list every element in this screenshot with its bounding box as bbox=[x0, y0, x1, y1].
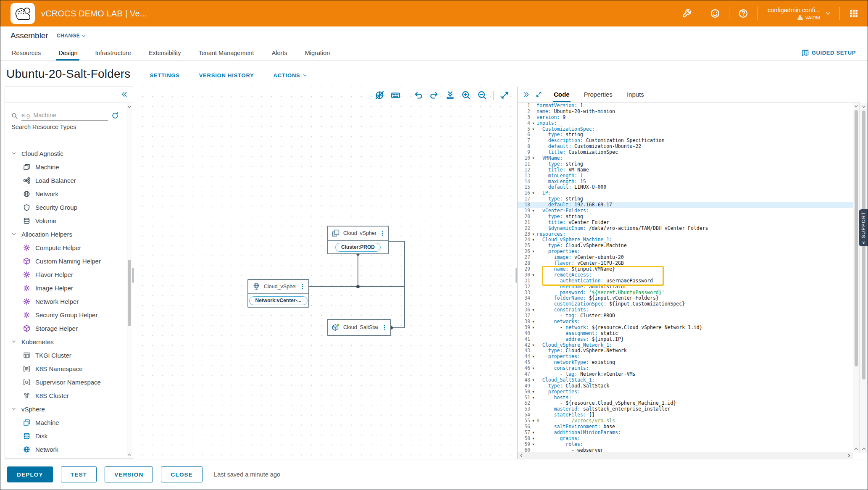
code-line-15[interactable]: 15 default: LINUX-U-000 bbox=[518, 184, 853, 190]
version-button[interactable]: VERSION bbox=[105, 466, 153, 482]
fold-caret-icon[interactable]: ▾ bbox=[530, 377, 537, 383]
code-line-58[interactable]: 58▾ grains: bbox=[518, 436, 853, 442]
resource-search-input[interactable] bbox=[21, 111, 108, 121]
palette-item-security-group-helper[interactable]: Security Group Helper bbox=[11, 308, 126, 321]
page-scrollbar[interactable] bbox=[859, 103, 868, 453]
code-line-44[interactable]: 44▾ properties: bbox=[518, 354, 853, 360]
change-product-button[interactable]: CHANGE bbox=[57, 33, 87, 39]
palette-item-k8s-cluster[interactable]: K8S Cluster bbox=[11, 389, 126, 402]
fold-caret-icon[interactable]: ▾ bbox=[530, 395, 537, 401]
fold-caret-icon[interactable]: ▾ bbox=[530, 307, 537, 313]
code-line-52[interactable]: 52 - ${resource.Cloud_vSphere_Machine_1.… bbox=[518, 400, 853, 406]
guided-setup-button[interactable]: GUIDED SETUP bbox=[802, 45, 856, 61]
fold-caret-icon[interactable]: ▾ bbox=[530, 190, 537, 196]
code-line-7[interactable]: 7 description: Customization Specificati… bbox=[518, 138, 853, 144]
code-line-33[interactable]: 33 password: '${secret.UbuntuPassword}' bbox=[518, 290, 853, 296]
fold-caret-icon[interactable]: ▾ bbox=[530, 436, 537, 442]
scrollbar-thumb[interactable] bbox=[855, 110, 858, 366]
palette-item-flavor-helper[interactable]: Flavor Helper bbox=[11, 268, 126, 281]
tab-design[interactable]: Design bbox=[50, 45, 86, 61]
left-splitter-handle[interactable] bbox=[132, 268, 134, 283]
tab-resources[interactable]: Resources bbox=[3, 45, 50, 61]
code-line-34[interactable]: 34 folderName: ${input.vCenter-Folders} bbox=[518, 295, 853, 301]
code-line-6[interactable]: 6 type: string bbox=[518, 132, 853, 138]
close-button[interactable]: CLOSE bbox=[161, 466, 203, 482]
code-line-3[interactable]: 3version: 9 bbox=[518, 115, 853, 121]
code-line-5[interactable]: 5▾ CustomizationSpec: bbox=[518, 126, 853, 132]
tab-extensibility[interactable]: Extensibility bbox=[140, 45, 190, 61]
collapse-panel-icon[interactable] bbox=[121, 91, 128, 98]
settings-button[interactable]: SETTINGS bbox=[150, 72, 179, 79]
code-line-38[interactable]: 38▾ networks: bbox=[518, 319, 853, 325]
palette-item-compute-helper[interactable]: Compute Helper bbox=[11, 241, 126, 254]
palette-item-tkgi-cluster[interactable]: TKGi Cluster bbox=[11, 348, 126, 362]
tab-infrastructure[interactable]: Infrastructure bbox=[86, 45, 139, 61]
design-canvas[interactable]: Cloud_vSpher... Cluster:PROD Cloud_vSphe… bbox=[134, 87, 517, 459]
palette-item-machine[interactable]: Machine bbox=[11, 160, 126, 174]
fold-caret-icon[interactable]: ▾ bbox=[530, 354, 537, 360]
palette-item-supervisor-namespace[interactable]: Supervisor Namespace bbox=[11, 375, 126, 389]
help-icon[interactable] bbox=[738, 8, 748, 18]
palette-item-k8s-namespace[interactable]: K8S Namespace bbox=[11, 362, 126, 375]
fold-caret-icon[interactable]: ▾ bbox=[530, 389, 537, 395]
palette-item-volume[interactable]: Volume bbox=[11, 214, 126, 227]
wrench-icon[interactable] bbox=[682, 8, 692, 18]
fold-caret-icon[interactable]: ▾ bbox=[530, 418, 537, 424]
palette-item-storage-helper[interactable]: Storage Helper bbox=[11, 321, 126, 335]
code-line-11[interactable]: 11 type: string bbox=[518, 161, 853, 167]
smiley-icon[interactable] bbox=[710, 8, 720, 18]
code-line-35[interactable]: 35 customizationSpec: ${input.Customizat… bbox=[518, 301, 853, 307]
constraint-tag[interactable]: Network:vCenter-... bbox=[249, 296, 307, 305]
editor-tab-inputs[interactable]: Inputs bbox=[627, 87, 644, 102]
tab-migration[interactable]: Migration bbox=[296, 45, 339, 61]
editor-tab-properties[interactable]: Properties bbox=[584, 87, 613, 102]
code-line-43[interactable]: 43 type: Cloud.vSphere.Network bbox=[518, 348, 853, 354]
palette-item-image-helper[interactable]: Image Helper bbox=[11, 281, 126, 295]
user-menu[interactable]: configadmin confi... VAIDM bbox=[768, 7, 820, 20]
fold-caret-icon[interactable]: ▾ bbox=[530, 232, 537, 237]
fold-caret-icon[interactable]: ▾ bbox=[530, 272, 537, 278]
sidebar-scrollbar[interactable] bbox=[126, 103, 132, 458]
constraint-tag[interactable]: Cluster:PROD bbox=[335, 243, 381, 252]
code-line-54[interactable]: 54 stateFiles: [] bbox=[518, 412, 853, 418]
app-switcher-icon[interactable] bbox=[849, 9, 858, 18]
test-button[interactable]: TEST bbox=[61, 466, 97, 482]
code-line-50[interactable]: 50▾ properties: bbox=[518, 389, 853, 395]
section-allocation-helpers[interactable]: Allocation Helpers bbox=[11, 227, 126, 241]
code-line-51[interactable]: 51▾ hosts: bbox=[518, 395, 853, 401]
fold-caret-icon[interactable]: ▾ bbox=[530, 121, 537, 126]
fold-caret-icon[interactable]: ▾ bbox=[530, 155, 537, 161]
code-line-8[interactable]: 8 default: Customization-Ubuntu-22 bbox=[518, 144, 853, 150]
fold-caret-icon[interactable]: ▾ bbox=[530, 208, 537, 214]
code-line-24[interactable]: 24▾ Cloud_vSphere_Machine_1: bbox=[518, 237, 853, 243]
fold-caret-icon[interactable]: ▾ bbox=[530, 442, 537, 448]
code-line-31[interactable]: 31 authentication: usernamePassword bbox=[518, 278, 853, 284]
section-vsphere[interactable]: vSphere bbox=[11, 402, 126, 416]
refresh-icon[interactable] bbox=[111, 112, 119, 119]
fold-caret-icon[interactable]: ▾ bbox=[530, 366, 537, 371]
code-line-21[interactable]: 21 title: vCenter Folder bbox=[518, 220, 853, 226]
code-line-4[interactable]: 4▾inputs: bbox=[518, 121, 853, 126]
code-line-29[interactable]: 29 name: ${input.VMName} bbox=[518, 266, 853, 272]
code-line-20[interactable]: 20 type: string bbox=[518, 214, 853, 220]
code-line-37[interactable]: 37 - tag: Cluster:PROD bbox=[518, 313, 853, 319]
code-line-46[interactable]: 46▾ constraints: bbox=[518, 366, 853, 371]
code-line-57[interactable]: 57▾ additionalMinionParams: bbox=[518, 430, 853, 436]
node-cloud-saltstack[interactable]: Cloud_SaltStac... bbox=[327, 319, 391, 336]
section-cloud-agnostic[interactable]: Cloud Agnostic bbox=[11, 147, 126, 160]
code-line-28[interactable]: 28 flavor: vCenter-1CPU-2GB bbox=[518, 261, 853, 266]
code-line-53[interactable]: 53 masterId: saltstack_enterprise_instal… bbox=[518, 406, 853, 412]
fold-caret-icon[interactable]: ▾ bbox=[530, 319, 537, 325]
tab-alerts[interactable]: Alerts bbox=[263, 45, 296, 61]
fold-caret-icon[interactable]: ▾ bbox=[530, 325, 537, 331]
code-line-56[interactable]: 56 saltEnvironment: base bbox=[518, 424, 853, 430]
scrollbar-thumb[interactable] bbox=[128, 260, 131, 326]
fold-caret-icon[interactable]: ▾ bbox=[530, 249, 537, 255]
code-line-1[interactable]: 1formatVersion: 1 bbox=[518, 103, 853, 109]
code-line-13[interactable]: 13 minLength: 1 bbox=[518, 173, 853, 179]
fold-caret-icon[interactable]: ▾ bbox=[530, 430, 537, 436]
code-line-18[interactable]: 18 default: 192.168.69.17 bbox=[518, 202, 853, 208]
palette-item-disk[interactable]: Disk bbox=[11, 429, 126, 443]
code-line-42[interactable]: 42▾ Cloud_vSphere_Network_1: bbox=[518, 342, 853, 348]
code-line-47[interactable]: 47 - tag: Network:vCenter-VMs bbox=[518, 371, 853, 377]
